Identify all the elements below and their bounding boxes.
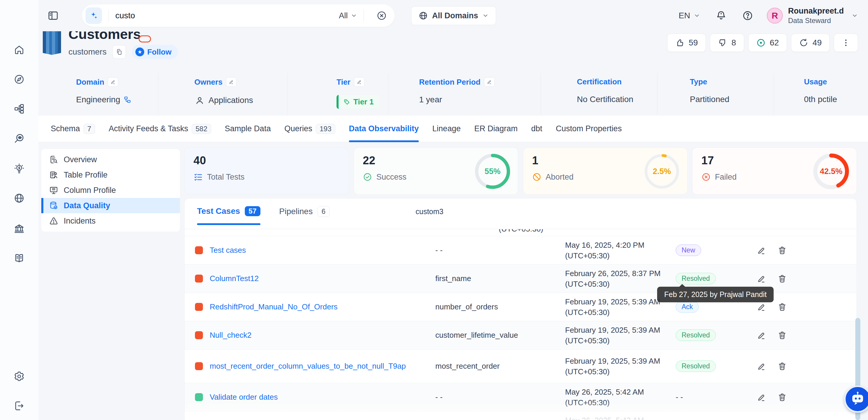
resolution-tooltip: Feb 27, 2025 by Prajwal Pandit	[657, 287, 774, 302]
delete-icon[interactable]	[777, 302, 787, 312]
observability-subnav: Overview Table Profile Column Profile Da…	[41, 149, 180, 232]
delete-icon[interactable]	[777, 393, 787, 402]
edit-icon[interactable]	[354, 77, 365, 87]
thumbs-up-icon	[675, 38, 685, 48]
tab-er-diagram[interactable]: ER Diagram	[474, 116, 518, 142]
downvote-button[interactable]: 8	[710, 34, 744, 52]
failed-donut: 42.5%	[813, 153, 849, 190]
user-menu[interactable]: Rounakpreet.d Data Steward	[788, 6, 844, 25]
tab-lineage[interactable]: Lineage	[432, 116, 461, 142]
subnav-table-profile[interactable]: Table Profile	[41, 167, 180, 183]
chat-bot-button[interactable]	[844, 386, 868, 413]
subnav-incidents[interactable]: Incidents	[41, 213, 180, 229]
metadata-owners: Owners Applications	[158, 73, 287, 115]
edit-icon[interactable]	[226, 77, 237, 87]
govern-bank-icon[interactable]	[13, 223, 25, 234]
test-status-indicator	[195, 246, 203, 254]
more-menu-button[interactable]	[834, 34, 858, 52]
test-case-link[interactable]: Test cases	[210, 245, 416, 256]
column-name: customer_lifetime_value	[435, 331, 565, 340]
metadata-usage: Usage 0th pctile	[774, 73, 868, 115]
search-input[interactable]	[115, 11, 339, 20]
insights-bulb-icon[interactable]	[13, 163, 25, 174]
test-date: May 16, 2025, 4:20 PM(UTC+05:30)	[565, 240, 676, 261]
table-row[interactable]: most_recent_order_column_values_to_be_no…	[185, 350, 857, 383]
domains-filter-dropdown[interactable]: All Domains	[411, 6, 496, 25]
language-dropdown[interactable]: EN	[679, 11, 700, 20]
test-case-link[interactable]: RedshiftProd_Manual_No_Of_Orders	[210, 302, 416, 312]
observability-search-eye-icon[interactable]	[13, 133, 25, 144]
robot-icon	[849, 391, 866, 407]
edit-icon[interactable]	[757, 362, 766, 371]
domains-globe-icon[interactable]	[13, 192, 25, 204]
tab-pipelines[interactable]: Pipelines6	[279, 206, 330, 226]
upvote-button[interactable]: 59	[667, 34, 706, 52]
summary-card-failed: 17 Failed 42.5%	[692, 148, 857, 195]
tab-activity-feeds[interactable]: Activity Feeds & Tasks582	[108, 116, 211, 142]
edit-icon[interactable]	[757, 393, 766, 402]
tab-custom-properties[interactable]: Custom Properties	[556, 116, 622, 142]
tab-dbt[interactable]: dbt	[531, 116, 542, 142]
edit-icon[interactable]	[757, 246, 766, 255]
logout-icon[interactable]	[13, 400, 25, 412]
tab-queries[interactable]: Queries193	[284, 116, 335, 142]
metadata-certification: Certification No Certification	[540, 73, 657, 115]
test-status-indicator	[195, 303, 203, 311]
table-row[interactable]: number_of_orders_column_values_to_be_ nu…	[185, 412, 857, 420]
glossary-book-icon[interactable]	[13, 252, 25, 264]
settings-gear-icon[interactable]	[13, 371, 25, 382]
tag-icon	[343, 98, 350, 106]
subnav-data-quality[interactable]: Data Quality	[41, 198, 180, 213]
table-row[interactable]: Test cases - - May 16, 2025, 4:20 PM(UTC…	[185, 236, 857, 265]
asset-name: customers	[68, 47, 106, 57]
tab-sample-data[interactable]: Sample Data	[225, 116, 271, 142]
delete-icon[interactable]	[777, 274, 787, 283]
lineage-sitemap-icon[interactable]	[13, 103, 25, 115]
notifications-bell-icon[interactable]	[715, 10, 727, 21]
copy-icon[interactable]	[112, 45, 126, 59]
sidebar-toggle-icon[interactable]	[47, 10, 59, 22]
delete-icon[interactable]	[777, 362, 787, 371]
edit-icon[interactable]	[757, 302, 766, 312]
chevron-down-icon[interactable]	[851, 12, 858, 19]
search-scope-dropdown[interactable]: All	[339, 11, 357, 20]
aborted-donut: 2.5%	[644, 153, 680, 190]
tab-schema[interactable]: Schema7	[51, 116, 95, 142]
data-quality-db-check-icon	[49, 201, 58, 210]
divider	[108, 10, 109, 22]
edit-icon[interactable]	[757, 274, 766, 283]
explore-compass-icon[interactable]	[13, 74, 25, 85]
test-case-link[interactable]: ColumnTest12	[210, 273, 416, 284]
test-case-link[interactable]: Null_check2	[210, 330, 416, 340]
follow-button[interactable]: ★ Follow	[132, 45, 178, 59]
test-case-link[interactable]: most_recent_order_column_values_to_be_no…	[210, 361, 416, 371]
home-icon[interactable]	[13, 44, 25, 55]
tab-test-cases[interactable]: Test Cases57	[197, 206, 260, 225]
column-name: - -	[435, 393, 565, 402]
user-avatar[interactable]: R	[767, 8, 783, 24]
test-status-indicator	[195, 275, 203, 282]
test-case-link[interactable]: Validate order dates	[210, 392, 416, 402]
delete-icon[interactable]	[777, 246, 787, 255]
table-row[interactable]: Null_check2 customer_lifetime_value Febr…	[185, 321, 857, 350]
checklist-icon	[193, 172, 203, 182]
clear-search-icon[interactable]	[376, 10, 387, 21]
edit-icon[interactable]	[107, 77, 118, 87]
owners-team-icon	[194, 95, 205, 106]
help-icon[interactable]	[742, 10, 753, 21]
chevron-down-icon	[482, 12, 489, 19]
column-name: most_recent_order	[435, 362, 565, 371]
edit-icon[interactable]	[484, 77, 495, 87]
tab-data-observability[interactable]: Data Observability	[349, 116, 419, 142]
ai-sparkle-icon[interactable]	[86, 7, 102, 24]
views-button[interactable]: 62	[748, 34, 787, 52]
global-search-bar[interactable]: All	[82, 4, 395, 27]
edit-icon[interactable]	[757, 331, 766, 340]
subnav-column-profile[interactable]: Column Profile	[41, 183, 180, 198]
status-badge: Resolved	[676, 273, 716, 284]
delete-icon[interactable]	[777, 331, 787, 340]
globe-icon	[418, 11, 428, 20]
subnav-overview[interactable]: Overview	[41, 152, 180, 167]
table-row[interactable]: Validate order dates - - May 26, 2025, 5…	[185, 383, 857, 412]
versions-button[interactable]: 49	[791, 34, 830, 52]
